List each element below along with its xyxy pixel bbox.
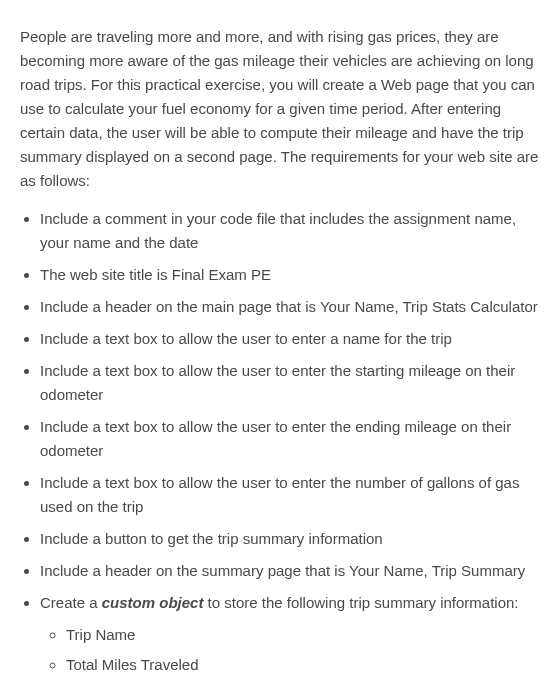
list-item: Include a header on the summary page tha…	[40, 559, 539, 583]
list-item: Include a comment in your code file that…	[40, 207, 539, 255]
list-item: Include a header on the main page that i…	[40, 295, 539, 319]
custom-obj-em: custom object	[102, 594, 204, 611]
list-item: Include a text box to allow the user to …	[40, 471, 539, 519]
list-item: Trip Name	[66, 623, 539, 647]
list-item: Include a button to get the trip summary…	[40, 527, 539, 551]
list-item: Include a text box to allow the user to …	[40, 327, 539, 351]
sub-list: Trip Name Total Miles Traveled Total Gal…	[40, 623, 539, 686]
requirements-list: Include a comment in your code file that…	[20, 207, 539, 686]
list-item-custom-object: Create a custom object to store the foll…	[40, 591, 539, 686]
intro-paragraph: People are traveling more and more, and …	[20, 25, 539, 193]
list-item: Total Miles Traveled	[66, 653, 539, 677]
list-item: The web site title is Final Exam PE	[40, 263, 539, 287]
list-item: Include a text box to allow the user to …	[40, 415, 539, 463]
list-item: Include a text box to allow the user to …	[40, 359, 539, 407]
custom-obj-post: to store the following trip summary info…	[203, 594, 518, 611]
custom-obj-pre: Create a	[40, 594, 102, 611]
